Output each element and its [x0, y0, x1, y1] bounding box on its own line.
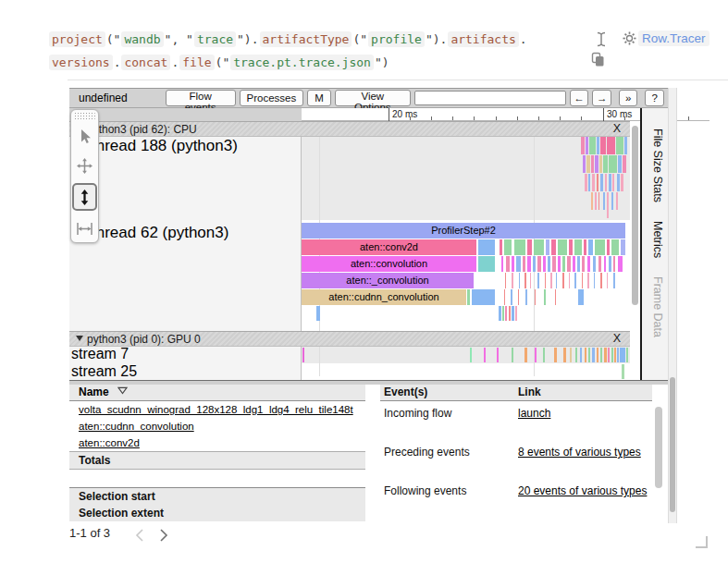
trace-slice[interactable] [535, 289, 536, 305]
trace-slice[interactable] [518, 289, 519, 305]
text-cursor-icon[interactable] [596, 31, 607, 47]
trace-slice[interactable] [512, 348, 513, 362]
trace-slice[interactable] [516, 256, 521, 272]
slice-name-link[interactable]: aten::conv2d [79, 437, 140, 448]
panel-scrollbar-thumb[interactable] [655, 407, 662, 488]
trace-slice[interactable] [592, 174, 595, 191]
trace-event-bar[interactable]: aten::conv2d [302, 239, 476, 255]
slice-name-link[interactable]: volta_scudnn_winograd_128x128_ldg1_ldg4_… [79, 404, 353, 415]
trace-slice[interactable] [525, 289, 527, 305]
sort-descending-icon[interactable] [117, 386, 128, 395]
trace-slice[interactable] [585, 174, 587, 191]
trace-slice[interactable] [603, 155, 608, 173]
trace-slice[interactable] [586, 155, 590, 173]
trace-slice[interactable] [519, 273, 520, 288]
trace-slice[interactable] [543, 256, 546, 272]
find-all-button[interactable]: » [619, 90, 638, 106]
trace-slice[interactable] [556, 273, 557, 288]
trace-slice[interactable] [527, 239, 532, 255]
trace-slice[interactable] [600, 273, 602, 288]
trace-slice[interactable] [534, 239, 544, 255]
query-line-1[interactable]: project("wandb", "trace").artifactType("… [48, 28, 566, 51]
trace-slice[interactable] [591, 192, 593, 210]
event-link[interactable]: 8 events of various types [518, 444, 641, 460]
trace-slice[interactable] [527, 256, 531, 272]
trace-slice[interactable] [501, 256, 503, 272]
panel-type-selector[interactable]: Row.Tracer [638, 31, 709, 46]
track-label[interactable]: thread 188 (python3) [92, 137, 238, 155]
trace-slice[interactable] [506, 256, 510, 272]
trace-slice[interactable] [569, 239, 573, 255]
trace-slice[interactable] [620, 348, 625, 362]
process-header-cpu[interactable]: python3 (pid 62): CPU X [69, 121, 630, 137]
trace-slice[interactable] [524, 348, 527, 362]
trace-slice[interactable] [316, 306, 320, 321]
trace-slice[interactable] [598, 192, 599, 210]
trace-slice[interactable] [612, 174, 614, 191]
trace-slice[interactable] [614, 348, 616, 362]
trace-slice[interactable] [550, 273, 552, 288]
trace-slice[interactable] [497, 348, 499, 362]
trace-slice[interactable] [535, 348, 537, 362]
trace-slice[interactable] [603, 192, 605, 210]
trace-slice[interactable] [608, 348, 610, 362]
trace-slice[interactable] [587, 273, 589, 288]
trace-slice[interactable] [587, 256, 590, 272]
trace-slice[interactable] [573, 256, 575, 272]
trace-slice[interactable] [554, 348, 557, 362]
trace-slice[interactable] [592, 348, 595, 362]
trace-slice[interactable] [609, 256, 611, 272]
trace-slice[interactable] [588, 239, 593, 255]
gear-icon[interactable] [623, 31, 636, 45]
trace-slice[interactable] [543, 348, 545, 362]
trace-slice[interactable] [582, 256, 585, 272]
prev-page-icon[interactable] [135, 529, 144, 542]
trace-slice[interactable] [580, 348, 582, 362]
trace-slice[interactable] [607, 239, 610, 255]
trace-slice[interactable] [607, 137, 615, 154]
query-expression[interactable]: project("wandb", "trace").artifactType("… [48, 28, 566, 74]
trace-slice[interactable] [511, 289, 512, 305]
trace-slice[interactable] [558, 256, 561, 272]
close-track-button[interactable]: X [613, 122, 621, 135]
query-line-2[interactable]: versions.concat.file("trace.pt.trace.jso… [48, 51, 566, 74]
trace-slice[interactable] [604, 348, 607, 362]
trace-slice[interactable] [514, 239, 525, 255]
trace-slice[interactable] [588, 174, 590, 191]
trace-slice[interactable] [618, 256, 623, 272]
trace-slice[interactable] [499, 306, 501, 321]
trace-slice[interactable] [551, 239, 556, 255]
track-label[interactable]: stream 25 [71, 363, 137, 380]
trace-slice[interactable] [552, 256, 556, 272]
trace-slice[interactable] [562, 273, 564, 288]
trace-slice[interactable] [478, 256, 495, 272]
trace-slice[interactable] [302, 348, 304, 362]
trace-slice[interactable] [598, 256, 601, 272]
flow-events-button[interactable]: Flow events [166, 90, 236, 106]
trace-slice[interactable] [509, 306, 511, 321]
trace-slice[interactable] [594, 273, 595, 288]
trace-slice[interactable] [591, 155, 594, 173]
trace-slice[interactable] [611, 239, 619, 255]
trace-slice[interactable] [586, 137, 588, 154]
trace-slice[interactable] [546, 239, 549, 255]
trace-slice[interactable] [600, 137, 606, 154]
trace-slice[interactable] [617, 174, 620, 191]
track-label[interactable]: stream 7 [71, 346, 129, 362]
trace-slice[interactable] [617, 348, 619, 362]
trace-event-bar[interactable]: aten::cudnn_convolution [302, 289, 466, 305]
collapse-icon[interactable] [76, 335, 83, 342]
trace-slice[interactable] [505, 306, 507, 321]
trace-slice[interactable] [545, 273, 546, 288]
trace-slice[interactable] [504, 239, 512, 255]
process-header-gpu[interactable]: python3 (pid 0): GPU 0 X [69, 331, 630, 347]
event-link[interactable]: launch [518, 405, 550, 422]
sidebar-tab-metrics[interactable]: Metrics [646, 221, 664, 258]
trace-slice[interactable] [577, 256, 580, 272]
trace-slice[interactable] [500, 239, 502, 255]
trace-slice[interactable] [512, 306, 514, 321]
trace-slice[interactable] [595, 155, 598, 173]
find-prev-button[interactable]: ← [570, 90, 589, 106]
find-next-button[interactable]: → [592, 90, 611, 106]
slice-name-link[interactable]: aten::cudnn_convolution [79, 421, 194, 432]
